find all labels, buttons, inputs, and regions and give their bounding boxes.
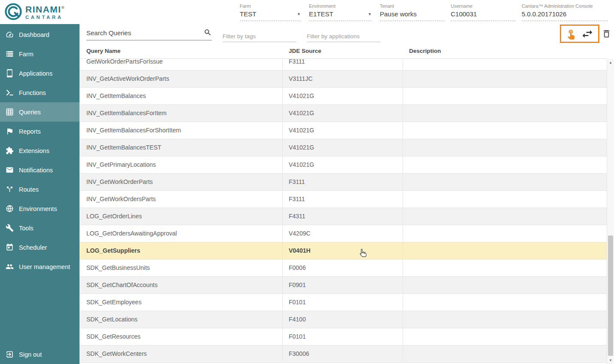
sidebar-item-applications[interactable]: Applications — [0, 64, 79, 83]
rinami-cantara-logo: RINAMI® CANTARA — [4, 3, 65, 21]
table-row[interactable]: INV_GetItemBalancesV41021G — [79, 88, 607, 105]
table-row[interactable]: SDK_GetBusinessUnitsF0006 — [79, 260, 607, 277]
query-name-cell: SDK_GetEmployees — [79, 294, 283, 311]
sidebar-item-user-management[interactable]: User management — [0, 257, 79, 276]
jde-source-cell: V4209C — [283, 225, 403, 242]
scroll-down-arrow-icon[interactable]: ▼ — [607, 358, 614, 362]
username-value: C100031 — [451, 10, 477, 18]
sidebar-item-extensions[interactable]: Extensions — [0, 141, 79, 160]
sidebar-item-label: Queries — [19, 109, 41, 116]
description-cell — [403, 59, 607, 70]
flag-icon — [6, 127, 14, 135]
puzzle-icon — [6, 147, 14, 155]
sidebar-item-tools[interactable]: Tools — [0, 218, 79, 238]
table-row[interactable]: SDK_GetEmployeesF0101 — [79, 294, 607, 311]
filter-applications-input[interactable] — [307, 31, 381, 42]
console-label: Cantara™ Administration Console — [522, 3, 608, 9]
chevron-down-icon[interactable]: ▼ — [368, 12, 372, 16]
sidebar: Dashboard Farm Applications Functions Qu… — [0, 24, 79, 364]
scrollbar-thumb[interactable] — [608, 236, 613, 356]
sidebar-item-label: Dashboard — [19, 31, 49, 38]
chevron-down-icon[interactable]: ▼ — [297, 12, 301, 16]
sidebar-item-dashboard[interactable]: Dashboard — [0, 25, 79, 44]
description-cell — [403, 346, 607, 362]
table-row[interactable]: INV_GetItemBalancesTESTV41021G — [79, 139, 607, 156]
sidebar-item-label: Functions — [19, 89, 46, 96]
query-table: GetWorkOrderPartsForIssueF3111INV_GetAct… — [79, 59, 607, 364]
jde-source-cell: F4100 — [283, 311, 403, 328]
description-cell — [403, 277, 607, 294]
delete-button[interactable] — [602, 29, 611, 39]
table-row[interactable]: LOG_GetSuppliersV0401H — [79, 242, 607, 260]
description-cell — [403, 191, 607, 208]
sidebar-item-notifications[interactable]: Notifications — [0, 160, 79, 180]
table-row[interactable]: LOG_GetOrderLinesF4311 — [79, 208, 607, 225]
vertical-scrollbar[interactable]: ▲ ▼ — [607, 59, 614, 364]
table-header: Query Name JDE Source Description — [79, 44, 607, 59]
sidebar-item-label: Sign out — [19, 351, 42, 358]
environment-select[interactable]: Environment E1TEST▼ — [309, 3, 372, 21]
sidebar-item-environments[interactable]: Environments — [0, 199, 79, 218]
brand-text: RINAMI® CANTARA — [25, 3, 65, 20]
filter-tags-input[interactable] — [223, 31, 296, 42]
query-name-cell: SDK_GetWorkCenters — [79, 346, 283, 362]
table-row[interactable]: GetWorkOrderPartsForIssueF3111 — [79, 59, 607, 70]
envelope-icon — [6, 166, 14, 174]
people-icon — [6, 263, 14, 271]
sidebar-item-sign-out[interactable]: Sign out — [0, 345, 79, 364]
terminal-icon — [6, 89, 14, 97]
table-row[interactable]: LOG_GetOrdersAwaitingApprovalV4209C — [79, 225, 607, 242]
table-row[interactable]: SDK_GetLocationsF4100 — [79, 311, 607, 328]
table-row[interactable]: INV_GetPrimaryLocationsV41021G — [79, 156, 607, 174]
scroll-up-arrow-icon[interactable]: ▲ — [607, 61, 614, 64]
query-name-cell: INV_GetItemBalancesForShortItem — [79, 122, 283, 139]
jde-source-cell: V41021G — [283, 122, 403, 139]
column-header-jde-source[interactable]: JDE Source — [283, 44, 403, 58]
registered-mark: ® — [61, 6, 65, 10]
wrench-icon — [6, 224, 14, 232]
table-row[interactable]: SDK_GetResourcesF0101 — [79, 328, 607, 346]
sign-out-icon — [6, 350, 14, 358]
query-name-cell: INV_GetItemBalancesTEST — [79, 139, 283, 156]
hand-pointer-icon — [565, 28, 577, 40]
farm-select[interactable]: Farm TEST▼ — [240, 3, 301, 21]
table-row[interactable]: SDK_GetChartOfAccountsF0901 — [79, 277, 607, 294]
search-input[interactable] — [86, 26, 204, 39]
query-name-cell: LOG_GetOrdersAwaitingApproval — [79, 225, 283, 242]
sidebar-item-routes[interactable]: Routes — [0, 180, 79, 199]
sidebar-item-label: Notifications — [19, 167, 53, 174]
column-header-query-name[interactable]: Query Name — [79, 44, 283, 58]
branch-icon — [6, 185, 14, 193]
query-table-rows: GetWorkOrderPartsForIssueF3111INV_GetAct… — [79, 59, 607, 363]
table-row[interactable]: INV_GetItemBalancesForShortItemV41021G — [79, 122, 607, 139]
description-cell — [403, 70, 607, 87]
sidebar-item-scheduler[interactable]: Scheduler — [0, 238, 79, 257]
sidebar-item-reports[interactable]: Reports — [0, 122, 79, 141]
table-row[interactable]: INV_GetWorkOrdersPartsF3111 — [79, 191, 607, 208]
query-name-cell: INV_GetActiveWorkOrderParts — [79, 70, 283, 87]
query-name-cell: SDK_GetBusinessUnits — [79, 260, 283, 276]
column-header-description[interactable]: Description — [403, 44, 607, 58]
farm-value: TEST — [240, 10, 256, 18]
description-cell — [403, 105, 607, 122]
tenant-value: Pause works — [380, 10, 417, 18]
sidebar-item-label: Farm — [19, 51, 34, 58]
jde-source-cell: V41021G — [283, 88, 403, 104]
select-mode-button[interactable] — [565, 28, 577, 40]
jde-source-cell: V0401H — [283, 242, 403, 259]
sidebar-item-farm[interactable]: Farm — [0, 44, 79, 64]
app-header: RINAMI® CANTARA Farm TEST▼ Environment E… — [0, 0, 614, 24]
sidebar-item-label: Environments — [19, 205, 57, 212]
brand-name: RINAMI® — [25, 3, 65, 14]
table-row[interactable]: INV_GetWorkOrderPartsF3111 — [79, 174, 607, 191]
table-grid-icon — [6, 108, 14, 116]
table-row[interactable]: INV_GetActiveWorkOrderPartsV3111JC — [79, 70, 607, 88]
sidebar-item-functions[interactable]: Functions — [0, 83, 79, 102]
search-icon[interactable] — [204, 28, 212, 37]
swap-horizontal-button[interactable] — [581, 28, 594, 40]
jde-source-cell: F0101 — [283, 294, 403, 311]
table-row[interactable]: INV_GetItemBalancesForItemV41021G — [79, 105, 607, 122]
sidebar-item-queries[interactable]: Queries — [0, 102, 79, 122]
table-row[interactable]: SDK_GetWorkCentersF30006 — [79, 346, 607, 363]
description-cell — [403, 311, 607, 328]
